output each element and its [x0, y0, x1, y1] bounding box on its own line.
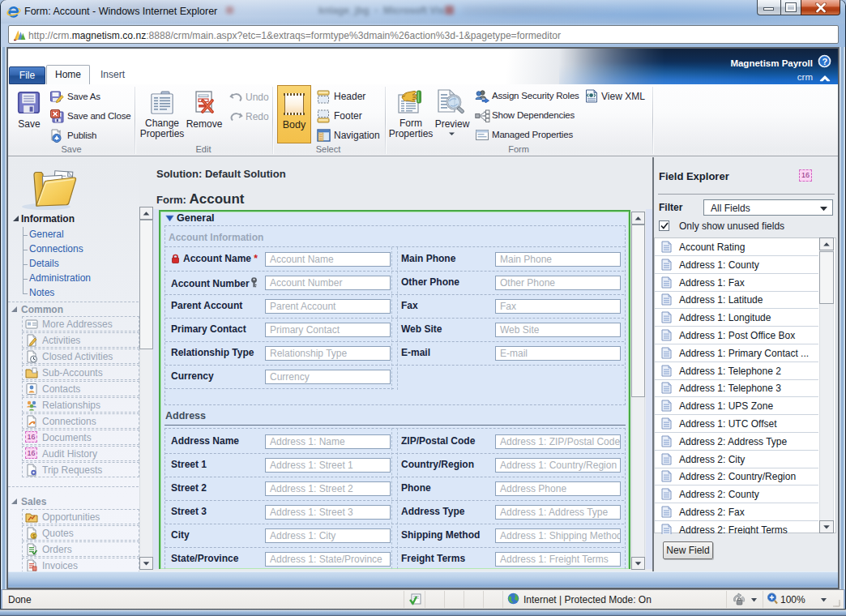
svg-text:$: $: [32, 533, 36, 539]
svg-text:?: ?: [822, 57, 827, 66]
